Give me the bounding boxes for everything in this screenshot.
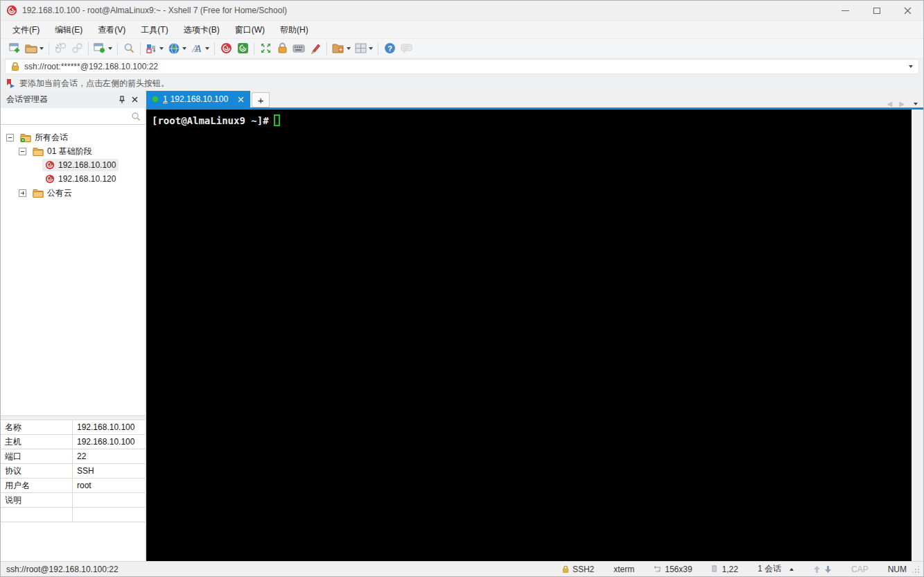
- tab-close-icon: [238, 96, 244, 103]
- virtual-keyboard-icon: [293, 44, 305, 53]
- terminal-scrollbar[interactable]: [912, 110, 923, 561]
- open-session-button[interactable]: [23, 40, 46, 57]
- menu-item-6[interactable]: 窗口(W): [227, 21, 272, 39]
- status-bar: ssh://root@192.168.10.100:22 SSH2 xterm …: [1, 561, 923, 576]
- layout-dropdown-caret: [369, 47, 373, 50]
- toolbar: A A: [1, 38, 923, 58]
- property-value[interactable]: [73, 493, 145, 507]
- scroll-up-icon: [813, 565, 821, 574]
- maximize-button[interactable]: [861, 1, 892, 20]
- panel-splitter[interactable]: [1, 415, 145, 420]
- highlight-button[interactable]: [307, 40, 324, 57]
- size-icon: [654, 565, 661, 573]
- session-manager-header: 会话管理器: [1, 91, 145, 108]
- tab-list-dropdown-caret[interactable]: [914, 103, 918, 105]
- search-icon: [131, 112, 141, 121]
- virtual-keyboard-button[interactable]: [290, 40, 307, 57]
- tab-close-button[interactable]: [238, 96, 244, 103]
- menu-item-5[interactable]: 选项卡(B): [176, 21, 227, 39]
- status-scroll-buttons[interactable]: [803, 565, 842, 574]
- session-tree: 所有会话01 基础阶段192.168.10.100192.168.10.120公…: [1, 125, 145, 200]
- tree-item-192.168.10.120[interactable]: 192.168.10.120: [1, 172, 145, 186]
- session-properties-table: 名称192.168.10.100主机192.168.10.100端口22协议SS…: [1, 420, 145, 522]
- terminal-screen[interactable]: [root@AlmaLinux9 ~]#: [146, 110, 912, 561]
- fullscreen-button[interactable]: [257, 40, 274, 57]
- session-properties-button[interactable]: [91, 40, 114, 57]
- xshell-window: 192.168.10.100 - root@AlmaLinux9:~ - Xsh…: [0, 0, 924, 577]
- property-value[interactable]: SSH: [73, 464, 145, 478]
- connected-status-dot: [152, 96, 158, 102]
- menu-item-4[interactable]: 工具(T): [133, 21, 175, 39]
- property-value[interactable]: 22: [73, 449, 145, 463]
- xshell-icon: [220, 42, 232, 54]
- session-search-input[interactable]: [5, 112, 131, 121]
- xshell-app-icon: [6, 5, 17, 16]
- status-protocol-label: SSH2: [573, 565, 594, 574]
- menu-item-1[interactable]: 文件(F): [5, 21, 47, 39]
- find-icon: [123, 42, 135, 54]
- maximize-icon: [873, 8, 880, 14]
- toolbar-separator: [254, 42, 254, 55]
- tab-session-192-168-10-100[interactable]: 1 192.168.10.100: [146, 91, 250, 107]
- pin-panel-button[interactable]: [116, 94, 128, 106]
- property-value[interactable]: 192.168.10.100: [73, 435, 145, 449]
- property-value[interactable]: [73, 508, 145, 522]
- status-caps-lock: CAP: [842, 565, 878, 574]
- tree-item--[interactable]: 所有会话: [1, 130, 145, 144]
- tab-scroll-right-icon[interactable]: ▶: [899, 100, 905, 107]
- menu-item-2[interactable]: 编辑(E): [47, 21, 90, 39]
- compose-pane-button[interactable]: [143, 40, 166, 57]
- new-session-button[interactable]: [6, 40, 23, 57]
- disconnect-button: [52, 40, 69, 57]
- highlight-pen-icon: [310, 42, 322, 54]
- tree-expander-icon[interactable]: [6, 134, 14, 141]
- font-dropdown-caret: [205, 47, 209, 50]
- status-session-count[interactable]: 1 会话: [748, 563, 803, 575]
- property-label: 用户名: [1, 479, 73, 492]
- cursor-pos-icon: [712, 565, 719, 573]
- scroll-down-icon: [824, 565, 832, 574]
- close-icon: [904, 7, 912, 15]
- toolbar-separator: [214, 42, 215, 55]
- property-value[interactable]: root: [73, 479, 145, 492]
- status-protocol: SSH2: [552, 565, 604, 574]
- new-session-icon: [9, 42, 21, 54]
- xftp-launch-button[interactable]: [234, 40, 251, 57]
- tree-expander-icon[interactable]: [19, 189, 26, 197]
- caps-lock-label: CAP: [851, 565, 869, 574]
- xshell-launch-button[interactable]: [218, 40, 234, 57]
- encoding-button[interactable]: [166, 40, 189, 57]
- address-field[interactable]: ssh://root:******@192.168.10.100:22: [5, 59, 919, 74]
- menu-item-3[interactable]: 查看(V): [90, 21, 133, 39]
- address-url: ssh://root:******@192.168.10.100:22: [24, 62, 158, 71]
- layout-icon: [355, 43, 367, 53]
- font-button[interactable]: A A: [189, 40, 211, 57]
- folder-icon: [33, 147, 44, 156]
- close-panel-button[interactable]: [128, 94, 141, 106]
- resize-grip[interactable]: [912, 566, 919, 573]
- properties-dropdown-caret: [108, 47, 112, 50]
- close-button[interactable]: [892, 1, 923, 20]
- add-session-flag-icon: [6, 78, 15, 88]
- toolbar-separator: [378, 42, 378, 55]
- new-folder-icon: [332, 43, 345, 53]
- tree-item-label: 01 基础阶段: [47, 146, 92, 157]
- session-search-box[interactable]: [1, 108, 145, 125]
- status-num-lock: NUM: [878, 565, 909, 574]
- property-label: 说明: [1, 493, 73, 507]
- tab-scroll-left-icon[interactable]: ◀: [887, 100, 893, 107]
- property-value[interactable]: 192.168.10.100: [73, 420, 145, 434]
- find-button[interactable]: [121, 40, 137, 57]
- encoding-dropdown-caret: [182, 47, 186, 50]
- lock-screen-button[interactable]: [274, 40, 290, 57]
- minimize-button[interactable]: [830, 1, 861, 20]
- new-folder-button[interactable]: [330, 40, 353, 57]
- address-dropdown-caret[interactable]: [909, 65, 913, 68]
- tree-expander-icon[interactable]: [19, 148, 26, 155]
- tree-item-192.168.10.100[interactable]: 192.168.10.100: [1, 158, 145, 172]
- tree-item--[interactable]: 公有云: [1, 186, 145, 200]
- menu-item-7[interactable]: 帮助(H): [272, 21, 316, 39]
- help-button[interactable]: ?: [381, 40, 398, 57]
- new-tab-button[interactable]: +: [252, 92, 270, 107]
- tree-item-01-[interactable]: 01 基础阶段: [1, 144, 145, 158]
